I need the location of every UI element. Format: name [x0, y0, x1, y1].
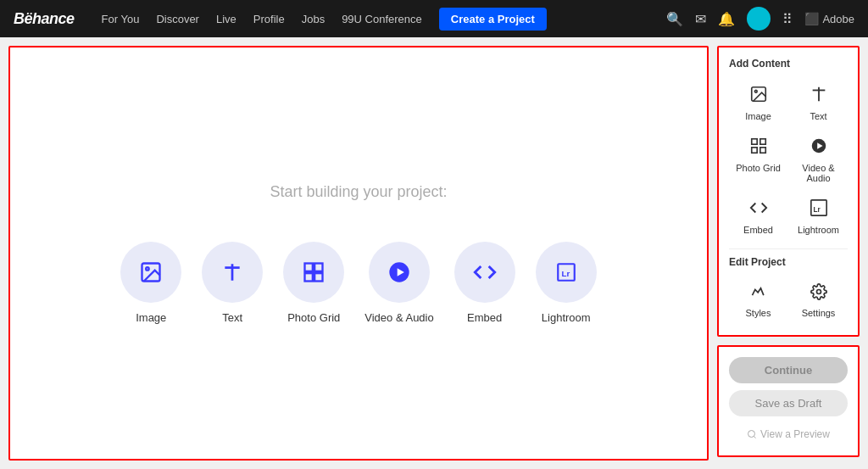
edit-project-grid: Styles Settings: [729, 276, 848, 325]
messages-icon[interactable]: ✉: [695, 11, 706, 27]
notifications-icon[interactable]: 🔔: [718, 11, 735, 27]
sidebar-add-image[interactable]: Image: [729, 78, 787, 128]
nav-links: For You Discover Live Profile Jobs 99U C…: [102, 8, 654, 31]
svg-text:Lr: Lr: [561, 269, 570, 278]
sidebar-photo-grid-icon: [749, 137, 768, 159]
sidebar-add-photo-grid[interactable]: Photo Grid: [729, 130, 787, 190]
photo-grid-circle-icon: [283, 242, 344, 303]
sidebar-embed-icon: [749, 198, 768, 221]
sidebar-lightroom-label: Lightroom: [798, 225, 839, 235]
view-preview-button[interactable]: View a Preview: [729, 423, 848, 445]
adobe-branding: ⬛ Adobe: [804, 12, 854, 25]
content-type-list: Image Text Photo Grid: [120, 242, 596, 324]
sidebar-styles[interactable]: Styles: [729, 276, 787, 325]
navbar: Bëhance For You Discover Live Profile Jo…: [0, 0, 868, 37]
add-lightroom-button[interactable]: Lr Lightroom: [536, 242, 597, 324]
user-avatar[interactable]: [747, 7, 771, 31]
svg-point-25: [748, 431, 755, 438]
svg-rect-19: [760, 148, 765, 153]
image-label: Image: [136, 311, 166, 324]
photo-grid-label: Photo Grid: [287, 311, 340, 324]
add-video-audio-button[interactable]: Video & Audio: [364, 242, 433, 324]
video-audio-circle-icon: [369, 242, 430, 303]
text-circle-icon: [202, 242, 263, 303]
svg-rect-16: [751, 139, 756, 144]
sidebar-add-embed[interactable]: Embed: [729, 192, 787, 242]
project-canvas: Start building your project: Image Text: [8, 46, 709, 461]
svg-point-13: [754, 90, 757, 92]
svg-text:Lr: Lr: [813, 206, 821, 214]
main-content: Start building your project: Image Text: [0, 37, 868, 469]
continue-button[interactable]: Continue: [729, 357, 848, 383]
sidebar-video-icon: [810, 137, 828, 159]
text-label: Text: [222, 311, 242, 324]
add-text-button[interactable]: Text: [202, 242, 263, 324]
nav-discover[interactable]: Discover: [156, 13, 199, 25]
sidebar-text-label: Text: [810, 111, 826, 121]
sidebar-image-icon: [749, 85, 768, 108]
adobe-label: Adobe: [822, 13, 854, 25]
image-circle-icon: [120, 242, 181, 303]
lightroom-label: Lightroom: [542, 311, 591, 324]
add-embed-button[interactable]: Embed: [454, 242, 515, 324]
sidebar-video-label: Video & Audio: [793, 163, 844, 183]
sidebar-settings[interactable]: Settings: [789, 276, 848, 325]
behance-logo[interactable]: Bëhance: [14, 10, 75, 28]
adobe-logo-icon: ⬛: [804, 12, 819, 25]
lightroom-circle-icon: Lr: [536, 242, 597, 303]
sidebar-add-video[interactable]: Video & Audio: [789, 130, 848, 190]
styles-label: Styles: [746, 308, 771, 318]
section-divider: [729, 248, 848, 249]
add-content-panel: Add Content Image: [717, 46, 860, 337]
svg-rect-18: [751, 148, 756, 153]
sidebar-lightroom-icon: Lr: [810, 198, 828, 221]
sidebar-add-text[interactable]: Text: [789, 78, 848, 128]
svg-rect-7: [314, 273, 322, 281]
add-image-button[interactable]: Image: [120, 242, 181, 324]
svg-rect-5: [314, 263, 322, 271]
add-content-title: Add Content: [729, 58, 848, 70]
edit-project-title: Edit Project: [729, 256, 848, 268]
svg-point-24: [816, 290, 821, 294]
embed-label: Embed: [467, 311, 502, 324]
search-icon[interactable]: 🔍: [666, 11, 683, 27]
nav-right-icons: 🔍 ✉ 🔔 ⠿ ⬛ Adobe: [666, 7, 854, 31]
preview-label: View a Preview: [760, 428, 830, 440]
nav-live[interactable]: Live: [216, 13, 236, 25]
svg-rect-6: [305, 273, 313, 281]
svg-line-26: [754, 436, 755, 438]
nav-99u[interactable]: 99U Conference: [342, 13, 422, 25]
save-draft-button[interactable]: Save as Draft: [729, 390, 848, 416]
svg-point-1: [146, 267, 149, 271]
nav-for-you[interactable]: For You: [102, 13, 140, 25]
sidebar-text-icon: [810, 85, 828, 108]
sidebar-embed-label: Embed: [743, 225, 773, 235]
settings-label: Settings: [802, 308, 836, 318]
embed-circle-icon: [454, 242, 515, 303]
right-panel: Add Content Image: [717, 46, 860, 461]
add-photo-grid-button[interactable]: Photo Grid: [283, 242, 344, 324]
nav-profile[interactable]: Profile: [253, 13, 285, 25]
nav-jobs[interactable]: Jobs: [302, 13, 325, 25]
create-project-button[interactable]: Create a Project: [439, 8, 547, 31]
video-audio-label: Video & Audio: [364, 311, 433, 324]
svg-rect-4: [305, 263, 313, 271]
actions-panel: Continue Save as Draft View a Preview: [717, 345, 860, 457]
styles-icon: [750, 283, 767, 304]
apps-grid-icon[interactable]: ⠿: [782, 11, 793, 27]
settings-icon: [810, 283, 827, 304]
sidebar-image-label: Image: [745, 111, 771, 121]
sidebar-add-lightroom[interactable]: Lr Lightroom: [789, 192, 848, 242]
project-prompt-text: Start building your project:: [270, 183, 447, 201]
add-content-grid: Image Text Photo: [729, 78, 848, 242]
svg-rect-17: [760, 139, 765, 144]
sidebar-photo-grid-label: Photo Grid: [736, 163, 781, 173]
